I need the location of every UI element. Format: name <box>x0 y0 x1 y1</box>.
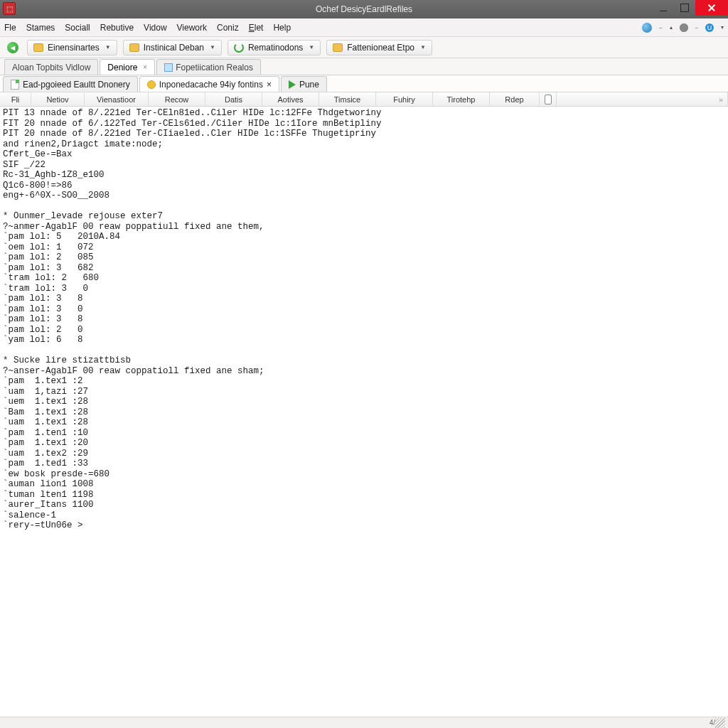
menu-viework[interactable]: Viework <box>177 23 207 33</box>
col-aotives[interactable]: Aotives <box>262 92 319 106</box>
col-vienastioor[interactable]: Vienastioor <box>85 92 149 106</box>
gear-icon[interactable] <box>680 23 688 32</box>
folder-icon <box>333 43 343 52</box>
menu-sociall[interactable]: Sociall <box>65 23 90 33</box>
back-button[interactable]: ◄ <box>4 40 21 55</box>
close-tab-icon[interactable]: × <box>143 63 147 71</box>
col-fuhiry[interactable]: Fuhiry <box>376 92 433 106</box>
subtab-pune[interactable]: Pune <box>281 76 327 92</box>
col-tirotehp[interactable]: Tirotehp <box>433 92 490 106</box>
col-recow[interactable]: Recow <box>149 92 205 106</box>
refresh-icon <box>234 43 244 53</box>
device-icon <box>545 95 552 105</box>
resize-grip[interactable] <box>715 718 725 728</box>
menu-stames[interactable]: Stames <box>26 23 55 33</box>
toolbar-instinical[interactable]: Instinical Deban▼ <box>123 40 222 55</box>
menu-vidow[interactable]: Vidow <box>144 23 166 33</box>
col-timsice[interactable]: Timsice <box>319 92 376 106</box>
app-icon: ⬚ <box>3 2 16 15</box>
column-header: Fli Netiov Vienastioor Recow Datis Aotiv… <box>0 92 728 107</box>
subtab-eadpgoieed[interactable]: Ead-pgoieed Eaultt Dnonery <box>3 76 138 92</box>
toolbar-rematinodons[interactable]: Rematinodons▼ <box>228 40 321 55</box>
chevron-icon[interactable]: ▴ <box>670 24 673 31</box>
menu-bar: Fle Stames Sociall Rebutive Vidow Viewor… <box>0 18 728 37</box>
user-icon[interactable]: U <box>705 23 714 32</box>
status-text: 4/ <box>710 719 715 727</box>
tab-deniore[interactable]: Deniore× <box>100 59 155 75</box>
doc-icon <box>164 63 173 72</box>
menu-fle[interactable]: Fle <box>4 23 16 33</box>
sub-tab-bar: Ead-pgoieed Eaultt Dnonery Inponedacache… <box>0 75 728 92</box>
file-tab-bar: Aloan Topbits Vidlow Deniore× Fopetiicat… <box>0 58 728 75</box>
col-datis[interactable]: Datis <box>205 92 262 106</box>
window-title: Ochef DesicyEardlRefiles <box>316 4 412 14</box>
globe-icon[interactable] <box>642 23 652 33</box>
run-icon <box>289 80 296 89</box>
page-icon <box>11 80 19 90</box>
tab-fopetiication[interactable]: Fopetiication Realos <box>156 59 261 75</box>
toolbar-einensinartes[interactable]: Einensinartes▼ <box>27 40 117 55</box>
col-fli[interactable]: Fli <box>0 92 31 106</box>
status-bar: 4/ <box>0 717 728 728</box>
menu-coniz[interactable]: Coniz <box>217 23 239 33</box>
toolbar-fattenioneat[interactable]: Fattenioneat Etpo▼ <box>326 40 432 55</box>
col-netiov[interactable]: Netiov <box>31 92 85 106</box>
close-button[interactable] <box>695 0 728 16</box>
menu-help[interactable]: Help <box>273 23 291 33</box>
menu-rebutive[interactable]: Rebutive <box>100 23 134 33</box>
folder-icon <box>129 43 139 52</box>
tab-aloan[interactable]: Aloan Topbits Vidlow <box>4 59 98 75</box>
toolbar: ◄ Einensinartes▼ Instinical Deban▼ Remat… <box>0 37 728 58</box>
subtab-inponedacache[interactable]: Inponedacache 94iy fontins × <box>139 76 279 92</box>
minimize-button[interactable] <box>653 0 674 16</box>
col-overflow[interactable]: » <box>557 92 728 106</box>
maximize-button[interactable] <box>674 0 695 16</box>
col-rdep[interactable]: Rdep <box>490 92 540 106</box>
output-pane[interactable]: PIT 13 nnade of 8/.221ed Ter-CEln81ed..C… <box>0 107 728 717</box>
col-device[interactable] <box>540 92 557 106</box>
dash-icon: – <box>659 24 662 31</box>
folder-icon <box>33 43 43 52</box>
menu-elet[interactable]: Elet <box>249 23 264 33</box>
close-subtab-icon[interactable]: × <box>267 80 272 90</box>
warn-icon <box>147 80 156 89</box>
